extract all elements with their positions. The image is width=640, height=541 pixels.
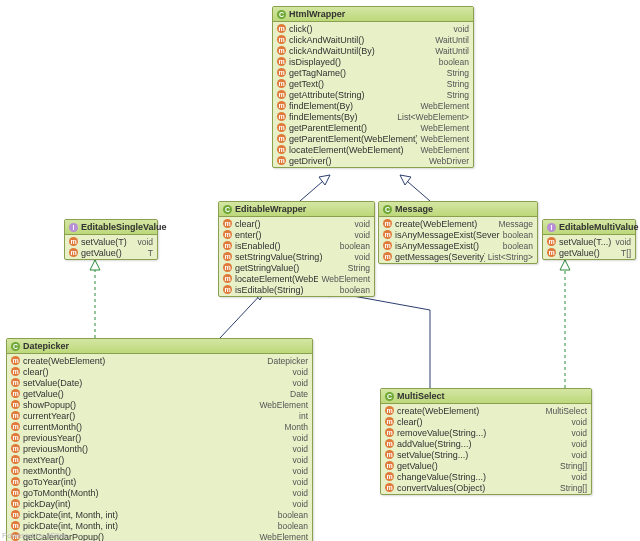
class-message[interactable]: CMessage mcreate(WebElement)MessagemisAn… — [378, 201, 538, 264]
method-icon: m — [11, 367, 20, 376]
method-icon: m — [385, 428, 394, 437]
method-row: mclear()void — [7, 366, 312, 377]
method-return: List<WebElement> — [397, 112, 469, 122]
method-name: showPopup() — [23, 400, 256, 410]
method-name: create(WebElement) — [23, 356, 264, 366]
method-return: void — [292, 455, 308, 465]
method-name: pickDate(int, Month, int) — [23, 510, 275, 520]
class-htmlwrapper[interactable]: CHtmlWrapper mclick()voidmclickAndWaitUn… — [272, 6, 474, 168]
method-row: mgetTagName()String — [273, 67, 473, 78]
method-name: getValue() — [23, 389, 287, 399]
method-name: changeValue(String...) — [397, 472, 568, 482]
method-row: mgetValue()String[] — [381, 460, 591, 471]
method-name: clear() — [397, 417, 568, 427]
interface-editablesinglevalue[interactable]: IEditableSingleValue msetValue(T)voidmge… — [64, 219, 158, 260]
method-row: mgetValue()T — [65, 247, 157, 258]
method-icon: m — [277, 35, 286, 44]
class-title: EditableMultiValue — [559, 222, 639, 232]
interface-icon: I — [69, 223, 78, 232]
method-row: mnextYear()void — [7, 454, 312, 465]
method-icon: m — [11, 488, 20, 497]
method-row: msetValue(Date)void — [7, 377, 312, 388]
method-return: void — [354, 252, 370, 262]
method-icon: m — [277, 145, 286, 154]
method-row: mcreate(WebElement)MultiSelect — [381, 405, 591, 416]
method-icon: m — [385, 417, 394, 426]
footer-credit: Powered by yFiles — [2, 531, 67, 540]
method-icon: m — [385, 472, 394, 481]
class-multiselect[interactable]: CMultiSelect mcreate(WebElement)MultiSel… — [380, 388, 592, 495]
method-name: pickDate(int, Month, int) — [23, 521, 275, 531]
method-row: msetValue(T)void — [65, 236, 157, 247]
method-return: void — [137, 237, 153, 247]
method-return: String[] — [560, 461, 587, 471]
class-header: CDatepicker — [7, 339, 312, 354]
method-row: mnextMonth()void — [7, 465, 312, 476]
method-name: create(WebElement) — [395, 219, 496, 229]
method-name: goToYear(int) — [23, 477, 289, 487]
svg-marker-1 — [400, 175, 411, 185]
method-icon: m — [385, 483, 394, 492]
interface-editablemultivalue[interactable]: IEditableMultiValue msetValue(T...)voidm… — [542, 219, 636, 260]
method-name: enter() — [235, 230, 351, 240]
method-row: mchangeValue(String...)void — [381, 471, 591, 482]
method-row: mclickAndWaitUntil()WaitUntil — [273, 34, 473, 45]
method-icon: m — [11, 389, 20, 398]
method-icon: m — [547, 237, 556, 246]
method-name: getValue() — [81, 248, 145, 258]
method-return: Date — [290, 389, 308, 399]
method-icon: m — [277, 24, 286, 33]
method-name: isDisplayed() — [289, 57, 436, 67]
method-row: mlocateElement(WebElement)WebElement — [219, 273, 374, 284]
method-return: void — [453, 24, 469, 34]
method-name: currentMonth() — [23, 422, 281, 432]
method-icon: m — [223, 252, 232, 261]
class-title: EditableSingleValue — [81, 222, 167, 232]
class-icon: C — [385, 392, 394, 401]
method-return: WebElement — [420, 134, 469, 144]
method-row: mgoToYear(int)void — [7, 476, 312, 487]
class-editablewrapper[interactable]: CEditableWrapper mclear()voidmenter()voi… — [218, 201, 375, 297]
method-row: mpickDate(int, Month, int)boolean — [7, 520, 312, 531]
method-return: String — [447, 79, 469, 89]
class-datepicker[interactable]: CDatepicker mcreate(WebElement)Datepicke… — [6, 338, 313, 541]
method-return: Datepicker — [267, 356, 308, 366]
method-icon: m — [277, 68, 286, 77]
method-row: mfindElement(By)WebElement — [273, 100, 473, 111]
method-row: misEnabled()boolean — [219, 240, 374, 251]
method-name: previousMonth() — [23, 444, 289, 454]
class-title: Datepicker — [23, 341, 69, 351]
method-icon: m — [11, 521, 20, 530]
method-return: boolean — [278, 521, 308, 531]
method-row: mgetValue()Date — [7, 388, 312, 399]
class-header: CMultiSelect — [381, 389, 591, 404]
class-body: mcreate(WebElement)MultiSelectmclear()vo… — [381, 404, 591, 494]
method-icon: m — [277, 46, 286, 55]
method-return: boolean — [340, 241, 370, 251]
method-name: setValue(T...) — [559, 237, 612, 247]
method-icon: m — [385, 461, 394, 470]
method-return: WebElement — [259, 532, 308, 542]
method-return: void — [571, 428, 587, 438]
method-icon: m — [11, 477, 20, 486]
method-name: getAttribute(String) — [289, 90, 444, 100]
method-row: mcurrentYear()int — [7, 410, 312, 421]
method-icon: m — [11, 455, 20, 464]
method-name: pickDay(int) — [23, 499, 289, 509]
method-icon: m — [223, 241, 232, 250]
method-return: void — [292, 433, 308, 443]
method-icon: m — [69, 237, 78, 246]
method-return: MultiSelect — [545, 406, 587, 416]
method-return: Month — [284, 422, 308, 432]
method-row: mclick()void — [273, 23, 473, 34]
method-return: WebElement — [321, 274, 370, 284]
method-return: void — [354, 219, 370, 229]
method-row: misDisplayed()boolean — [273, 56, 473, 67]
class-icon: C — [223, 205, 232, 214]
method-icon: m — [11, 499, 20, 508]
method-icon: m — [277, 123, 286, 132]
class-body: mclick()voidmclickAndWaitUntil()WaitUnti… — [273, 22, 473, 167]
method-return: String — [447, 90, 469, 100]
class-title: EditableWrapper — [235, 204, 306, 214]
method-return: void — [292, 499, 308, 509]
